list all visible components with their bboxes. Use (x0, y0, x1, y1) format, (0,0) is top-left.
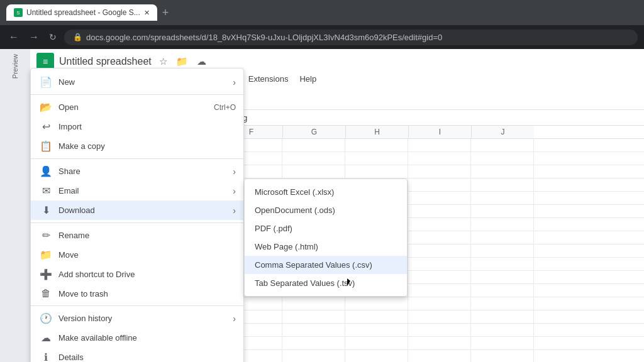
new-tab-button[interactable]: + (160, 6, 172, 19)
menu-item-make-offline[interactable]: ☁Make available offline (31, 328, 243, 348)
open-icon: 📂 (38, 101, 53, 113)
menu-item-rename[interactable]: ✏Rename (31, 226, 243, 245)
move-icon: 📁 (38, 249, 53, 261)
cell-j7[interactable] (471, 218, 534, 231)
tab-bar: S Untitled spreadsheet - Google S... ✕ + (6, 4, 171, 21)
menu-item-move[interactable]: 📁Move (31, 245, 243, 265)
menu-item-import[interactable]: ↩Import (31, 117, 243, 136)
cell-i5[interactable] (408, 192, 471, 204)
download-label: Download (58, 206, 233, 215)
download-item-html[interactable]: Web Page (.html) (245, 238, 407, 256)
menu-help[interactable]: Help (294, 72, 321, 86)
cell-h15[interactable] (345, 324, 408, 336)
cell-g17[interactable] (282, 350, 345, 362)
email-arrow: › (233, 186, 236, 196)
download-arrow: › (233, 206, 236, 216)
cell-j6[interactable] (471, 205, 534, 217)
address-bar[interactable]: 🔒 docs.google.com/spreadsheets/d/18_8vXH… (64, 30, 638, 45)
cell-j12[interactable] (471, 284, 534, 297)
cell-i1[interactable] (408, 139, 471, 151)
cell-j13[interactable] (471, 297, 534, 310)
reload-button[interactable]: ↻ (47, 30, 59, 45)
download-item-pdf[interactable]: PDF (.pdf) (245, 219, 407, 238)
menu-item-email[interactable]: ✉Email› (31, 181, 243, 200)
rename-label: Rename (58, 231, 236, 240)
back-button[interactable]: ← (6, 29, 21, 45)
cell-i10[interactable] (408, 258, 471, 270)
cell-j5[interactable] (471, 192, 534, 204)
col-header-g[interactable]: G (282, 126, 345, 138)
cell-i8[interactable] (408, 231, 471, 244)
cell-j10[interactable] (471, 258, 534, 270)
cell-g3[interactable] (282, 165, 345, 178)
cell-h14[interactable] (345, 310, 408, 323)
cell-i4[interactable] (408, 178, 471, 191)
cell-i2[interactable] (408, 152, 471, 165)
cell-j8[interactable] (471, 231, 534, 244)
close-tab-button[interactable]: ✕ (144, 9, 150, 17)
cell-g14[interactable] (282, 310, 345, 323)
cell-i6[interactable] (408, 205, 471, 217)
cell-i15[interactable] (408, 324, 471, 336)
cell-i3[interactable] (408, 165, 471, 178)
url-text: docs.google.com/spreadsheets/d/18_8vXHq7… (86, 33, 442, 42)
cell-j11[interactable] (471, 271, 534, 283)
download-item-csv[interactable]: Comma Separated Values (.csv) (245, 256, 407, 274)
cell-j2[interactable] (471, 152, 534, 165)
menu-item-move-trash[interactable]: 🗑Move to trash (31, 284, 243, 303)
cell-h17[interactable] (345, 350, 408, 362)
menu-item-add-shortcut[interactable]: ➕Add shortcut to Drive (31, 265, 243, 284)
menu-item-download[interactable]: ⬇Download› (31, 200, 243, 220)
cell-j17[interactable] (471, 350, 534, 362)
col-header-h[interactable]: H (345, 126, 408, 138)
details-label: Details (58, 353, 236, 362)
download-item-ods[interactable]: OpenDocument (.ods) (245, 201, 407, 219)
cell-h2[interactable] (345, 152, 408, 165)
menu-item-open[interactable]: 📂OpenCtrl+O (31, 97, 243, 117)
cell-i14[interactable] (408, 310, 471, 323)
menu-item-make-copy[interactable]: 📋Make a copy (31, 136, 243, 156)
drive-button[interactable]: 📁 (174, 55, 191, 69)
menu-item-version-history[interactable]: 🕐Version history› (31, 309, 243, 328)
cell-i9[interactable] (408, 244, 471, 257)
menu-item-share[interactable]: 👤Share› (31, 162, 243, 181)
cell-h1[interactable] (345, 139, 408, 151)
cell-h16[interactable] (345, 337, 408, 349)
cell-i13[interactable] (408, 297, 471, 310)
cell-i16[interactable] (408, 337, 471, 349)
cell-j3[interactable] (471, 165, 534, 178)
cell-h13[interactable] (345, 297, 408, 310)
col-header-i[interactable]: I (408, 126, 471, 138)
cloud-button[interactable]: ☁ (194, 55, 209, 69)
cell-i7[interactable] (408, 218, 471, 231)
cell-j4[interactable] (471, 178, 534, 191)
col-header-j[interactable]: J (471, 126, 534, 138)
menu-extensions[interactable]: Extensions (243, 72, 294, 86)
cell-g1[interactable] (282, 139, 345, 151)
version-history-icon: 🕐 (38, 312, 53, 324)
cell-j14[interactable] (471, 310, 534, 323)
download-item-tsv[interactable]: Tab Separated Values (.tsv) (245, 274, 407, 292)
cell-j15[interactable] (471, 324, 534, 336)
cell-h3[interactable] (345, 165, 408, 178)
active-tab[interactable]: S Untitled spreadsheet - Google S... ✕ (6, 4, 157, 21)
download-submenu: Microsoft Excel (.xlsx)OpenDocument (.od… (244, 178, 408, 297)
cell-i17[interactable] (408, 350, 471, 362)
menu-item-details[interactable]: ℹDetails (31, 348, 243, 362)
cell-g16[interactable] (282, 337, 345, 349)
download-item-xlsx[interactable]: Microsoft Excel (.xlsx) (245, 183, 407, 201)
cell-g13[interactable] (282, 297, 345, 310)
forward-button[interactable]: → (26, 29, 42, 45)
cell-j9[interactable] (471, 244, 534, 257)
cell-g2[interactable] (282, 152, 345, 165)
browser-chrome: S Untitled spreadsheet - Google S... ✕ + (0, 0, 644, 25)
star-button[interactable]: ☆ (157, 55, 170, 69)
cell-g15[interactable] (282, 324, 345, 336)
cell-j1[interactable] (471, 139, 534, 151)
menu-item-new[interactable]: 📄New› (31, 72, 243, 92)
menu-divider (31, 158, 243, 159)
cell-i11[interactable] (408, 271, 471, 283)
rename-icon: ✏ (38, 229, 53, 241)
cell-i12[interactable] (408, 284, 471, 297)
cell-j16[interactable] (471, 337, 534, 349)
